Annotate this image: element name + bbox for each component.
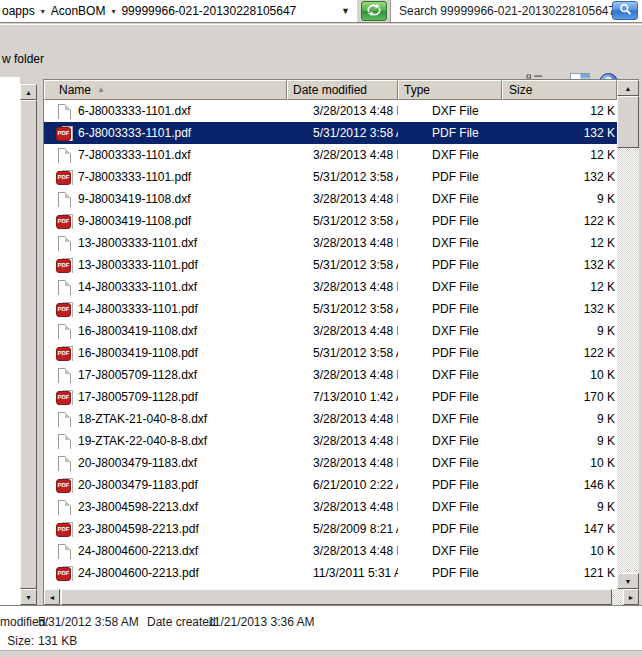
file-type-cell: PDF File (398, 126, 502, 140)
nav-pane-scrollbar[interactable]: ▲ ▼ (20, 84, 37, 605)
pdf-file-icon (56, 257, 73, 273)
file-date-cell: 3/28/2013 4:48 PM (287, 412, 398, 426)
table-row[interactable]: 6-J8003333-1101.pdf 5/31/2012 3:58 AM PD… (44, 122, 617, 144)
file-type-cell: DXF File (398, 280, 502, 294)
file-size-cell: 170 K (502, 390, 617, 404)
file-name: 20-J8003479-1183.dxf (78, 456, 197, 470)
file-name: 20-J8003479-1183.pdf (78, 478, 198, 492)
new-folder-button[interactable]: w folder (2, 52, 44, 66)
command-bar: w folder ▼ (0, 24, 642, 77)
file-type-cell: PDF File (398, 214, 502, 228)
table-row[interactable]: 24-J8004600-2213.pdf 11/3/2011 5:31 AM P… (44, 562, 617, 584)
horizontal-scrollbar[interactable]: ◄ ► (44, 589, 639, 605)
table-row[interactable]: 23-J8004598-2213.dxf 3/28/2013 4:48 PM D… (44, 496, 617, 518)
vertical-scrollbar[interactable]: ▲ ▼ (617, 80, 639, 589)
date-modified-label: modified: (0, 615, 34, 629)
file-name-cell: 16-J8003419-1108.pdf (44, 345, 287, 361)
scroll-left-button[interactable]: ◄ (44, 589, 60, 605)
address-bar[interactable]: oapps ▾ AconBOM ▾ 99999966-021-201302281… (0, 0, 357, 22)
file-size-cell: 9 K (502, 500, 617, 514)
file-name-cell: 9-J8003419-1108.pdf (44, 213, 287, 229)
scroll-right-button[interactable]: ► (623, 589, 639, 605)
table-row[interactable]: 6-J8003333-1101.dxf 3/28/2013 4:48 PM DX… (44, 100, 617, 122)
file-name: 16-J8003419-1108.pdf (78, 346, 198, 360)
pdf-file-icon (56, 565, 73, 581)
chevron-down-icon[interactable]: ▾ (107, 7, 119, 16)
file-type-cell: PDF File (398, 522, 502, 536)
file-name-cell: 17-J8005709-1128.dxf (44, 367, 287, 383)
column-header-date-modified[interactable]: Date modified (287, 80, 398, 100)
file-name-cell: 17-J8005709-1128.pdf (44, 389, 287, 405)
pdf-file-icon (56, 477, 73, 493)
file-size-cell: 12 K (502, 280, 617, 294)
file-name: 23-J8004598-2213.pdf (78, 522, 199, 536)
table-row[interactable]: 16-J8003419-1108.pdf 5/31/2012 3:58 AM P… (44, 342, 617, 364)
table-row[interactable]: 13-J8003333-1101.pdf 5/31/2012 3:58 AM P… (44, 254, 617, 276)
file-type-cell: DXF File (398, 236, 502, 250)
table-row[interactable]: 18-ZTAK-21-040-8-8.dxf 3/28/2013 4:48 PM… (44, 408, 617, 430)
scroll-up-button[interactable]: ▲ (20, 84, 37, 100)
navigation-pane (0, 77, 20, 605)
file-type-cell: DXF File (398, 368, 502, 382)
file-name-cell: 24-J8004600-2213.dxf (44, 543, 287, 559)
file-date-cell: 5/28/2009 8:21 AM (287, 522, 398, 536)
file-date-cell: 3/28/2013 4:48 PM (287, 500, 398, 514)
refresh-icon (367, 4, 381, 19)
file-date-cell: 5/31/2012 3:58 AM (287, 170, 398, 184)
file-date-cell: 6/21/2010 2:22 AM (287, 478, 398, 492)
dxf-file-icon (56, 279, 73, 295)
column-header-type[interactable]: Type (398, 80, 502, 100)
table-row[interactable]: 17-J8005709-1128.pdf 7/13/2010 1:42 AM P… (44, 386, 617, 408)
search-button[interactable] (612, 1, 638, 20)
date-modified-value: 5/31/2012 3:58 AM (38, 615, 139, 629)
file-name-cell: 6-J8003333-1101.dxf (44, 103, 287, 119)
column-header-label: Size (509, 83, 532, 97)
breadcrumb-item[interactable]: AconBOM (49, 4, 108, 18)
size-label: Size: (0, 634, 34, 648)
dxf-file-icon (56, 147, 73, 163)
table-row[interactable]: 16-J8003419-1108.dxf 3/28/2013 4:48 PM D… (44, 320, 617, 342)
breadcrumb-item-current[interactable]: 99999966-021-20130228105647 (119, 4, 298, 18)
table-row[interactable]: 20-J8003479-1183.pdf 6/21/2010 2:22 AM P… (44, 474, 617, 496)
table-row[interactable]: 17-J8005709-1128.dxf 3/28/2013 4:48 PM D… (44, 364, 617, 386)
file-name: 17-J8005709-1128.pdf (78, 390, 198, 404)
file-name-cell: 13-J8003333-1101.pdf (44, 257, 287, 273)
table-row[interactable]: 13-J8003333-1101.dxf 3/28/2013 4:48 PM D… (44, 232, 617, 254)
file-size-cell: 132 K (502, 302, 617, 316)
table-row[interactable]: 9-J8003419-1108.pdf 5/31/2012 3:58 AM PD… (44, 210, 617, 232)
column-header-name[interactable]: Name ▲ (44, 80, 287, 100)
file-name-cell: 14-J8003333-1101.pdf (44, 301, 287, 317)
scroll-down-button[interactable]: ▼ (20, 589, 37, 605)
file-type-cell: DXF File (398, 434, 502, 448)
scrollbar-thumb[interactable] (61, 589, 612, 605)
table-row[interactable]: 14-J8003333-1101.pdf 5/31/2012 3:58 AM P… (44, 298, 617, 320)
table-row[interactable]: 23-J8004598-2213.pdf 5/28/2009 8:21 AM P… (44, 518, 617, 540)
table-row[interactable]: 24-J8004600-2213.dxf 3/28/2013 4:48 PM D… (44, 540, 617, 562)
breadcrumb-item[interactable]: oapps (0, 4, 37, 18)
search-input[interactable]: Search 99999966-021-20130228105647 (390, 0, 642, 22)
scroll-down-button[interactable]: ▼ (617, 573, 639, 589)
file-name: 7-J8003333-1101.dxf (78, 148, 191, 162)
scrollbar-thumb[interactable] (617, 96, 639, 148)
file-date-cell: 5/31/2012 3:58 AM (287, 258, 398, 272)
file-name: 9-J8003419-1108.pdf (78, 214, 191, 228)
scrollbar-thumb[interactable] (20, 100, 37, 589)
file-name: 7-J8003333-1101.pdf (78, 170, 191, 184)
address-history-dropdown-icon[interactable]: ▼ (341, 6, 357, 16)
scroll-up-button[interactable]: ▲ (617, 80, 639, 96)
table-row[interactable]: 7-J8003333-1101.dxf 3/28/2013 4:48 PM DX… (44, 144, 617, 166)
refresh-button[interactable] (361, 1, 387, 21)
column-header-size[interactable]: Size (502, 80, 617, 100)
chevron-down-icon[interactable]: ▾ (37, 7, 49, 16)
table-row[interactable]: 19-ZTAK-22-040-8-8.dxf 3/28/2013 4:48 PM… (44, 430, 617, 452)
pdf-file-icon (56, 345, 73, 361)
file-date-cell: 5/31/2012 3:58 AM (287, 126, 398, 140)
dxf-file-icon (56, 433, 73, 449)
table-row[interactable]: 20-J8003479-1183.dxf 3/28/2013 4:48 PM D… (44, 452, 617, 474)
file-type-cell: PDF File (398, 346, 502, 360)
table-row[interactable]: 7-J8003333-1101.pdf 5/31/2012 3:58 AM PD… (44, 166, 617, 188)
table-row[interactable]: 9-J8003419-1108.dxf 3/28/2013 4:48 PM DX… (44, 188, 617, 210)
file-size-cell: 132 K (502, 170, 617, 184)
table-row[interactable]: 14-J8003333-1101.dxf 3/28/2013 4:48 PM D… (44, 276, 617, 298)
file-size-cell: 10 K (502, 368, 617, 382)
